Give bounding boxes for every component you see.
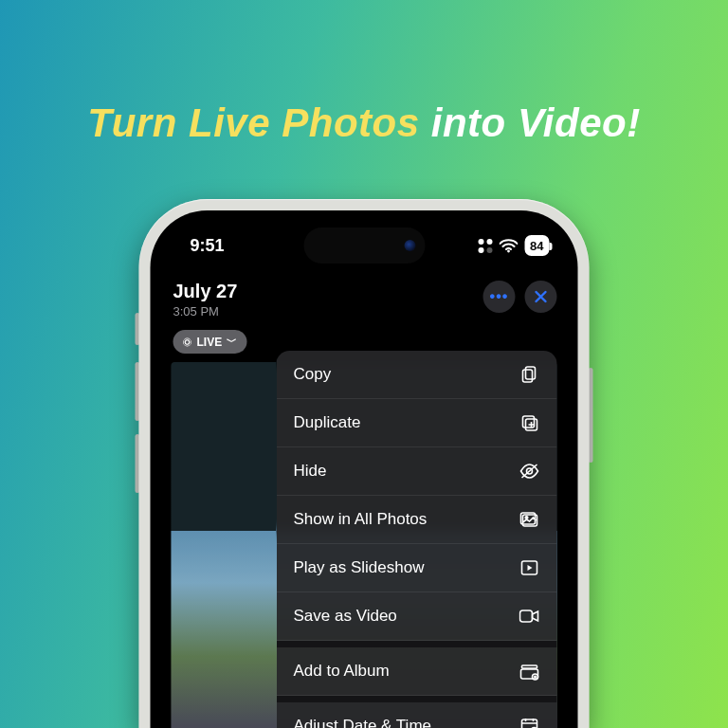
menu-item-label: Adjust Date & Time xyxy=(294,717,432,728)
menu-item-label: Duplicate xyxy=(294,413,361,432)
menu-item-add-album[interactable]: Add to Album xyxy=(277,647,557,696)
video-icon xyxy=(519,606,540,627)
album-icon xyxy=(519,661,540,682)
copy-icon xyxy=(519,364,540,385)
wifi-icon xyxy=(499,239,518,253)
menu-item-duplicate[interactable]: Duplicate xyxy=(277,399,557,447)
live-badge[interactable]: LIVE ﹀ xyxy=(173,330,247,354)
menu-item-slideshow[interactable]: Play as Slideshow xyxy=(277,544,557,592)
hide-icon xyxy=(519,461,540,482)
menu-separator xyxy=(277,641,557,647)
more-icon: ••• xyxy=(490,288,509,305)
phone-screen: 9:51 84 July 27 3:05 PM xyxy=(151,210,578,728)
photo-time: 3:05 PM xyxy=(173,304,238,318)
photo-date-block: July 27 3:05 PM xyxy=(173,281,238,318)
context-menu: Copy Duplicate Hide Show in All Photos P… xyxy=(277,351,557,728)
status-bar: 9:51 84 xyxy=(151,231,578,260)
status-time: 9:51 xyxy=(191,236,225,256)
photo-date: July 27 xyxy=(173,281,238,302)
more-button[interactable]: ••• xyxy=(483,281,516,313)
duplicate-icon xyxy=(519,412,540,433)
close-icon xyxy=(534,289,549,304)
show-in-photos-icon xyxy=(519,509,540,530)
close-button[interactable] xyxy=(525,281,557,313)
menu-item-save-video[interactable]: Save as Video xyxy=(277,592,557,641)
menu-separator xyxy=(277,696,557,702)
svg-rect-2 xyxy=(523,370,533,382)
svg-rect-11 xyxy=(522,665,537,668)
headline-part-a: Turn Live Photos xyxy=(87,100,419,145)
headline: Turn Live Photos into Video! xyxy=(0,100,728,146)
calendar-icon xyxy=(519,716,540,728)
menu-item-adjust-date[interactable]: Adjust Date & Time xyxy=(277,702,557,728)
menu-item-label: Save as Video xyxy=(294,607,397,626)
menu-item-show-all[interactable]: Show in All Photos xyxy=(277,496,557,544)
menu-item-label: Show in All Photos xyxy=(294,510,428,529)
headline-part-b: into Video! xyxy=(420,100,641,145)
live-label: LIVE xyxy=(197,336,223,349)
live-icon xyxy=(185,339,191,345)
phone-mockup: 9:51 84 July 27 3:05 PM xyxy=(139,199,590,728)
svg-rect-3 xyxy=(523,416,535,428)
svg-point-0 xyxy=(507,249,510,252)
menu-item-copy[interactable]: Copy xyxy=(277,351,557,399)
phone-frame: 9:51 84 July 27 3:05 PM xyxy=(139,199,590,728)
svg-point-8 xyxy=(525,517,528,519)
menu-item-label: Play as Slideshow xyxy=(294,558,425,577)
photo-nav-bar: July 27 3:05 PM ••• xyxy=(151,277,578,318)
menu-item-label: Add to Album xyxy=(294,662,390,681)
menu-item-label: Copy xyxy=(294,365,332,384)
menu-item-hide[interactable]: Hide xyxy=(277,447,557,496)
menu-item-label: Hide xyxy=(294,462,327,481)
svg-rect-1 xyxy=(526,367,536,379)
battery-level: 84 xyxy=(530,239,543,253)
cellular-icon xyxy=(478,239,492,253)
slideshow-icon xyxy=(519,557,540,578)
svg-rect-10 xyxy=(520,610,533,622)
battery-indicator: 84 xyxy=(524,235,549,256)
chevron-down-icon: ﹀ xyxy=(227,335,237,349)
